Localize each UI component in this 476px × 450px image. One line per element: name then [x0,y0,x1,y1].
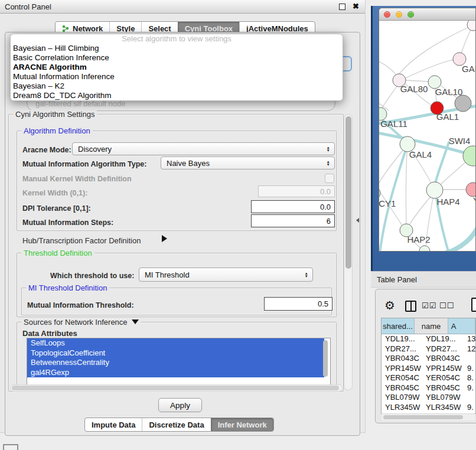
table-horizontal-scrollbar[interactable] [382,413,475,420]
node-hap4[interactable] [426,182,443,198]
gear-icon[interactable]: ⚙ [384,298,395,312]
column-header[interactable]: shared... [382,318,415,334]
list-item[interactable]: SelfLoops [27,338,324,348]
algorithm-option[interactable]: Dream8 DC_TDC Algorithm [11,91,343,100]
network-icon [62,25,70,32]
collapse-arrow-icon[interactable] [132,319,139,324]
table-row[interactable]: YLR345WYLR345W9. [382,403,475,413]
dpi-tolerance-field[interactable]: 0.0 [251,200,335,213]
column-header[interactable]: name [415,318,448,334]
edge [379,58,397,76]
hub-section-label[interactable]: Hub/Transcription Factor Definition [22,236,141,245]
threshold-definition-title: Threshold Definition [21,249,94,257]
edge [409,197,431,225]
manual-kernel-checkbox[interactable] [325,174,334,183]
panel-title: Control Panel [5,2,51,11]
kernel-width-field[interactable]: 0.0 [258,185,335,197]
aracne-mode-label: Aracne Mode: [22,146,71,154]
tab-infer-network[interactable]: Infer Network [211,418,273,431]
settings-horizontal-scrollbar[interactable] [10,384,343,392]
edge [435,226,476,252]
table-panel-title: Table Panel [377,275,417,284]
node-label: GAL4 [409,149,432,159]
algorithm-dropdown-popup: Select algorithm to view settings Bayesi… [10,34,343,101]
mi-type-combo[interactable]: Naive Bayes ▲▼ [161,156,335,169]
which-threshold-combo[interactable]: MI Threshold ▲▼ [139,268,313,282]
aracne-mode-combo[interactable]: Discovery ▲▼ [72,142,335,155]
control-panel-titlebar: Control Panel ✖ [0,0,365,14]
edge [441,161,467,184]
select-all-checks-icon[interactable]: ☑☑ [422,301,436,310]
list-item[interactable]: TopologicalCoefficient [27,348,324,358]
node-label: GAL1 [436,112,459,122]
expand-arrow-icon[interactable] [162,235,167,242]
zoom-traffic-light-icon[interactable] [407,11,414,18]
panel-resize-handle[interactable] [356,218,359,223]
list-item[interactable]: gal4RGexp [27,368,324,378]
close-icon[interactable]: ✖ [353,2,359,11]
kernel-width-label: Kernel Width (0,1): [22,189,87,197]
node[interactable] [419,246,430,252]
node-label: Y [473,195,476,206]
table-row[interactable]: YDR27...YDR27...12 [382,344,475,354]
column-header[interactable]: A [448,318,475,334]
node-label: GAL10 [435,87,463,97]
algorithm-option[interactable]: Bayesian – Hill Climbing [11,44,343,53]
float-window-icon[interactable] [339,4,345,10]
dropdown-prompt: Select algorithm to view settings [11,34,343,44]
table-row[interactable]: YDL19...YDL19...13 [382,334,475,344]
node-label: GAL [462,64,476,74]
manual-kernel-label: Manual Kernel Width Definition [22,175,132,183]
table-row[interactable]: YBR045CYBR045C9. [382,383,475,393]
data-attributes-list: SelfLoops TopologicalCoefficient Between… [27,338,331,385]
combo-arrows-icon: ▲▼ [305,272,308,278]
edge [461,29,471,53]
tab-impute-data[interactable]: Impute Data [85,418,142,431]
apply-button[interactable]: Apply [158,398,202,412]
node-label: HAP2 [407,234,430,244]
tab-discretize-data[interactable]: Discretize Data [142,418,210,431]
list-scrollbar[interactable] [323,340,328,377]
sources-title: Sources for Network Inference [21,318,141,327]
node-label: HAP4 [436,197,459,207]
algorithm-option-selected[interactable]: ARACNE Algorithm [11,63,343,72]
cyni-bottom-tabs: Impute Data Discretize Data Infer Networ… [84,418,274,432]
settings-vertical-scrollbar[interactable] [344,114,353,390]
combo-arrows-icon: ▲▼ [327,146,330,152]
file-icon[interactable] [471,298,476,312]
table-header-row: shared... name A [382,318,475,334]
settings-group-title: Cyni Algorithm Settings [13,110,97,119]
list-item[interactable]: BetweennessCentrality [27,358,324,368]
mi-threshold-field[interactable]: 0.5 [264,297,332,311]
node-gray[interactable] [455,95,471,112]
mi-steps-field[interactable]: 6 [251,214,335,227]
node-gcy1[interactable] [379,187,380,200]
minimized-panel-icon[interactable] [3,444,18,450]
table-row[interactable]: YBR043CYBR043C [382,354,475,364]
deselect-all-checks-icon[interactable]: ☐☐ [439,301,454,310]
edge [382,86,397,108]
algorithm-definition-title: Algorithm Definition [21,126,93,135]
table-row[interactable]: YPR145WYPR145W9. [382,364,475,374]
node[interactable] [467,21,476,31]
table-row[interactable]: YER054CYER054C8. [382,373,475,383]
columns-icon[interactable] [405,301,416,312]
algorithm-option[interactable]: Basic Correlation Inference [11,53,343,63]
which-threshold-label: Which threshold to use: [50,272,134,280]
table-row[interactable]: YBL079WYBL079W [382,393,475,403]
edge [406,80,428,81]
node-label: GAL80 [400,84,428,94]
mi-type-label: Mutual Information Algorithm Type: [22,160,146,168]
edge [406,152,407,224]
minimize-traffic-light-icon[interactable] [396,11,402,18]
mi-threshold-label: Mutual Information Threshold: [27,301,134,309]
network-window-titlebar[interactable] [379,8,475,21]
close-traffic-light-icon[interactable] [384,11,390,18]
node-pink[interactable] [466,182,476,197]
algorithm-option[interactable]: Mutual Information Inference [11,72,343,81]
table-panel-titlebar: Table Panel [371,271,476,288]
network-canvas[interactable]: GAL GAL80 GAL10 GAL1 GAL11 SWI4 GAL4 GCY… [379,21,476,252]
dpi-tolerance-label: DPI Tolerance [0,1]: [22,204,91,213]
algorithm-option[interactable]: Bayesian – K2 [11,81,343,91]
node-label: GAL11 [380,119,407,129]
